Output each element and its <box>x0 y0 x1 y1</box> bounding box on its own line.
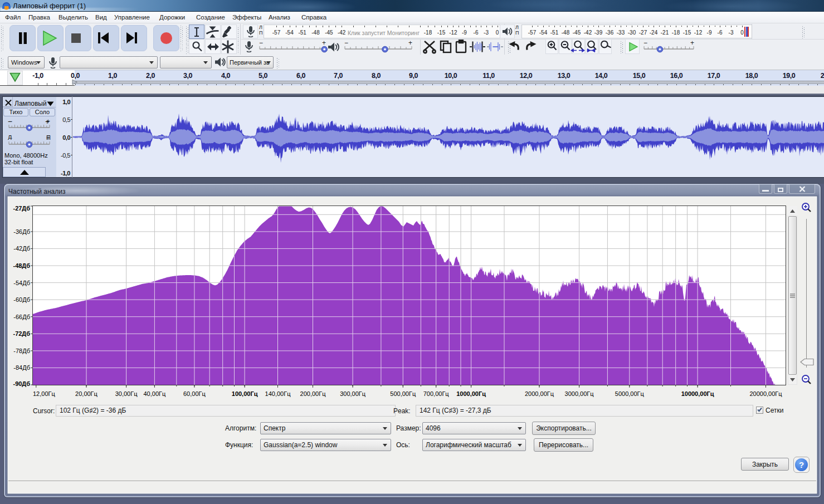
svg-text:140,00Гц: 140,00Гц <box>265 390 291 397</box>
svg-text:-54Дб: -54Дб <box>13 280 30 286</box>
svg-text:700,00Гц: 700,00Гц <box>423 390 450 397</box>
svg-text:2000,00Гц: 2000,00Гц <box>525 390 554 397</box>
svg-text:200,00Гц: 200,00Гц <box>300 390 326 397</box>
svg-text:-48Дб: -48Дб <box>13 262 30 269</box>
svg-text:−: − <box>344 40 348 47</box>
svg-text:500,00Гц: 500,00Гц <box>390 390 416 397</box>
svg-text:3000,00Гц: 3000,00Гц <box>565 390 594 397</box>
svg-text:-66Дб: -66Дб <box>13 314 30 320</box>
svg-text:−: − <box>643 40 647 47</box>
svg-text:40,00Гц: 40,00Гц <box>144 390 166 397</box>
svg-text:+: + <box>46 135 50 142</box>
svg-text:12,00Гц: 12,00Гц <box>33 390 55 397</box>
svg-text:20,00Гц: 20,00Гц <box>75 390 97 397</box>
svg-text:20000,00Гц: 20000,00Гц <box>749 390 782 397</box>
svg-text:+: + <box>408 40 412 47</box>
svg-text:-42Дб: -42Дб <box>13 245 30 252</box>
svg-text:10000,00Гц: 10000,00Гц <box>681 390 714 397</box>
svg-text:−: − <box>259 40 263 47</box>
svg-text:1000,00Гц: 1000,00Гц <box>456 390 486 397</box>
svg-text:+: + <box>46 119 50 125</box>
svg-text:-72Дб: -72Дб <box>13 330 30 337</box>
svg-text:+: + <box>322 40 326 47</box>
svg-text:-90Дб: -90Дб <box>13 380 30 387</box>
svg-text:−: − <box>8 119 12 125</box>
svg-text:−: − <box>8 135 12 142</box>
svg-text:-36Дб: -36Дб <box>13 228 30 235</box>
svg-text:300,00Гц: 300,00Гц <box>340 390 366 397</box>
svg-text:-60Дб: -60Дб <box>13 296 30 303</box>
svg-text:100,00Гц: 100,00Гц <box>232 390 258 397</box>
svg-text:-78Дб: -78Дб <box>13 348 30 354</box>
svg-text:+: + <box>690 40 694 47</box>
svg-text:5000,00Гц: 5000,00Гц <box>615 390 645 397</box>
svg-text:60,00Гц: 60,00Гц <box>183 390 206 397</box>
svg-text:30,00Гц: 30,00Гц <box>115 390 138 397</box>
svg-text:-27Дб: -27Дб <box>13 205 30 212</box>
svg-text:-84Дб: -84Дб <box>13 364 30 371</box>
